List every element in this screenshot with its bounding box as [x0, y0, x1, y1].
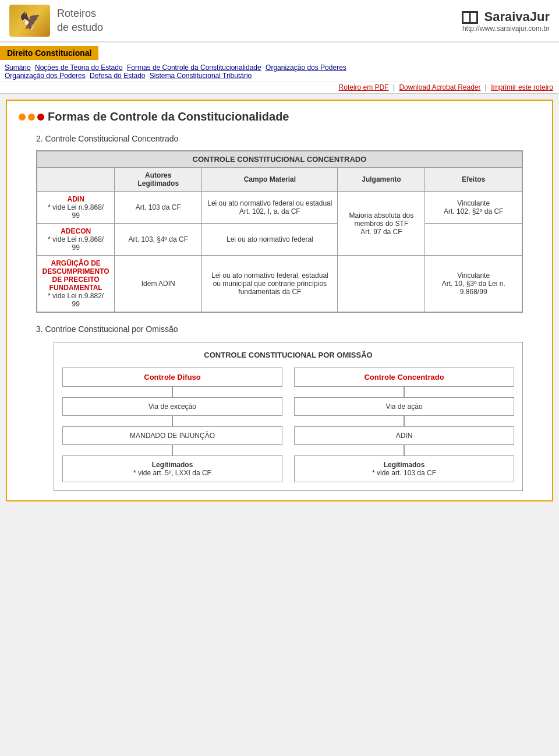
adin-autores: Art. 103 da CF: [115, 192, 202, 224]
separator2: |: [485, 83, 487, 91]
adin-campo: Lei ou ato normativo federal ou estadual…: [202, 192, 338, 224]
arguicao-sub: * vide Lei n.9.882/99: [48, 292, 104, 308]
dot1: [19, 114, 26, 121]
nav-link-organizacao[interactable]: Organização dos Poderes: [266, 63, 346, 72]
nav-title-bar: Direito Constitucional: [0, 46, 559, 62]
nav-link-poderes[interactable]: Organização dos Poderes: [5, 72, 86, 80]
nav-link-defesa[interactable]: Defesa do Estado: [90, 72, 145, 80]
nav-link-sistema[interactable]: Sistema Constitucional Tributário: [150, 72, 252, 80]
table-row-adin: ADIN * vide Lei n.9.868/99 Art. 103 da C…: [37, 192, 522, 224]
table-row-arguicao: ARGÜIÇÃO DE DESCUMPRIMENTO DE PRECEITO F…: [37, 256, 522, 312]
flow-col-concentrado: Controle Concentrado Via de ação ADIN Le…: [294, 368, 514, 482]
difuso-connector1: [172, 387, 173, 397]
header-right: SaraivaJur http://www.saraivajur.com.br: [462, 9, 550, 33]
difuso-connector2: [172, 416, 173, 426]
concentrado-box3-sub: * vide art. 103 da CF: [372, 469, 436, 477]
section2-heading: 2. Controle Constitucional Concentrado: [36, 134, 540, 143]
page-title: Formas de Controle da Constitucionalidad…: [48, 110, 289, 123]
arguicao-efeitos: VinculanteArt. 10, §3º da Lei n. 9.868/9…: [425, 256, 522, 312]
section3-heading: 3. Contrloe Constitucional por Omissão: [36, 324, 540, 334]
adin-tipo: ADIN * vide Lei n.9.868/99: [37, 192, 115, 224]
arguicao-tipo: ARGÜIÇÃO DE DESCUMPRIMENTO DE PRECEITO F…: [37, 256, 115, 312]
flow-col-difuso: Controle Difuso Via de exceção MANDADO D…: [62, 368, 282, 482]
download-acrobat-link[interactable]: Download Acrobat Reader: [399, 83, 480, 91]
omission-diagram: CONTROLE CONSTITUCIONAL POR OMISSÃO Cont…: [54, 342, 523, 491]
difuso-box3-title: Legitimados: [152, 461, 193, 469]
adecon-efeitos: [425, 224, 522, 256]
brand-logo: SaraivaJur: [462, 9, 550, 24]
header-title-line1: Roteiros: [57, 7, 103, 20]
dot2: [28, 114, 35, 121]
adecon-campo: Lei ou ato normativo federal: [202, 224, 338, 256]
flow-columns: Controle Difuso Via de exceção MANDADO D…: [62, 368, 514, 482]
table-main-header: CONTROLE CONSTITUCIONAL CONCENTRADO: [37, 151, 522, 168]
logo-image: [9, 5, 50, 37]
concentrado-connector2: [404, 416, 405, 426]
difuso-box3: Legitimados * vide art. 5º, LXXI da CF: [62, 455, 282, 482]
col-header-efeitos: Efeitos: [425, 168, 522, 192]
adecon-sub: * vide Lei n.9.868/99: [48, 235, 104, 252]
nav-pdf-bar: Roteiro em PDF | Download Acrobat Reader…: [0, 81, 559, 93]
brand-name: SaraivaJur: [484, 9, 550, 24]
header-left: Roteiros de estudo: [9, 5, 103, 37]
adecon-autores: Art. 103, §4º da CF: [115, 224, 202, 256]
concentrado-title: Controle Concentrado: [294, 368, 514, 387]
concentrado-connector3: [404, 445, 405, 455]
arguicao-autores: Idem ADIN: [115, 256, 202, 312]
concentrado-box3-title: Legitimados: [384, 461, 425, 469]
omission-diagram-title: CONTROLE CONSTITUCIONAL POR OMISSÃO: [62, 351, 514, 359]
nav-link-sumario[interactable]: Sumário: [5, 63, 31, 72]
page-title-container: Formas de Controle da Constitucionalidad…: [19, 110, 540, 123]
table-row-adecon: ADECON * vide Lei n.9.868/99 Art. 103, §…: [37, 224, 522, 256]
concentrado-table: CONTROLE CONSTITUCIONAL CONCENTRADO Auto…: [37, 151, 522, 312]
concentrado-box2: ADIN: [294, 426, 514, 445]
arguicao-campo: Lei ou ato normativo federal, estadual o…: [202, 256, 338, 312]
nav-link-formas[interactable]: Formas de Controle da Constitucionalidad…: [127, 63, 261, 72]
col-header-julgamento: Julgamento: [338, 168, 425, 192]
concentrado-box3: Legitimados * vide art. 103 da CF: [294, 455, 514, 482]
shared-julgamento: Maioria absoluta dos membros do STFArt. …: [338, 192, 425, 256]
difuso-box2: MANDADO DE INJUNÇÃO: [62, 426, 282, 445]
header: Roteiros de estudo SaraivaJur http://www…: [0, 0, 559, 43]
concentrado-table-wrapper: CONTROLE CONSTITUCIONAL CONCENTRADO Auto…: [36, 150, 523, 313]
nav-links: Sumário Noções de Teoria do Estado Forma…: [0, 62, 559, 81]
book-icon: [462, 11, 478, 24]
nav-link-nocoes[interactable]: Noções de Teoria do Estado: [35, 63, 123, 72]
brand-url: http://www.saraivajur.com.br: [462, 24, 550, 33]
adecon-label: ADECON: [61, 227, 91, 235]
arguicao-julgamento: [338, 256, 425, 312]
nav-section-title: Direito Constitucional: [0, 46, 98, 60]
adin-label: ADIN: [67, 195, 84, 203]
section3-container: 3. Contrloe Constitucional por Omissão C…: [36, 324, 540, 491]
col-header-campo: Campo Material: [202, 168, 338, 192]
header-title-line2: de estudo: [57, 21, 103, 34]
dot3: [37, 114, 44, 121]
difuso-connector3: [172, 445, 173, 455]
imprimir-link[interactable]: Imprimir este roteiro: [491, 83, 553, 91]
difuso-box1: Via de exceção: [62, 397, 282, 416]
concentrado-connector1: [404, 387, 405, 397]
roteiro-pdf-link[interactable]: Roteiro em PDF: [339, 83, 389, 91]
col-header-autores: AutoresLegitimados: [115, 168, 202, 192]
concentrado-box1: Via de ação: [294, 397, 514, 416]
nav-bar: Direito Constitucional Sumário Noções de…: [0, 43, 559, 94]
header-title: Roteiros de estudo: [57, 7, 103, 34]
adin-sub: * vide Lei n.9.868/99: [48, 203, 104, 220]
adecon-tipo: ADECON * vide Lei n.9.868/99: [37, 224, 115, 256]
difuso-box3-sub: * vide art. 5º, LXXI da CF: [133, 469, 211, 477]
separator1: |: [393, 83, 395, 91]
title-dots: [19, 114, 44, 121]
difuso-title: Controle Difuso: [62, 368, 282, 387]
adin-efeitos: VinculanteArt. 102, §2º da CF: [425, 192, 522, 224]
main-content: Formas de Controle da Constitucionalidad…: [6, 100, 553, 501]
arguicao-label: ARGÜIÇÃO DE DESCUMPRIMENTO DE PRECEITO F…: [43, 259, 109, 292]
col-header-tipo: [37, 168, 115, 192]
